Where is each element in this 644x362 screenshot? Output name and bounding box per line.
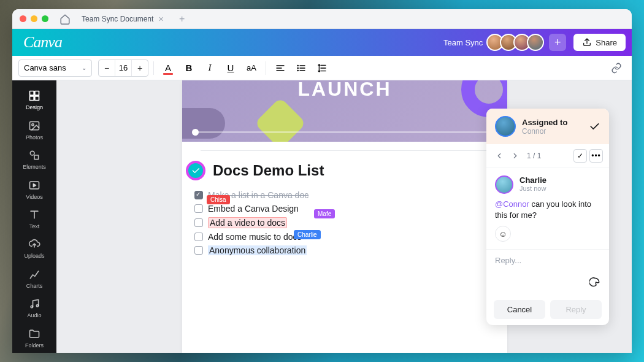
check-icon[interactable]	[588, 120, 600, 133]
team-name[interactable]: Team Sync	[443, 38, 483, 47]
window-controls	[20, 15, 48, 22]
prev-comment[interactable]	[493, 149, 506, 163]
browser-tab[interactable]: Team Sync Document ×	[75, 12, 170, 26]
sidebar-item-elements[interactable]: Elements	[12, 145, 56, 174]
checkbox-icon[interactable]	[194, 218, 203, 227]
sidebar-item-uploads[interactable]: Uploads	[12, 234, 56, 263]
share-icon	[582, 37, 592, 47]
tab-close-icon[interactable]: ×	[158, 14, 163, 24]
sidebar-item-charts[interactable]: Charts	[12, 264, 56, 293]
list-item[interactable]: Anonymous collaboration	[194, 245, 489, 255]
canva-logo[interactable]: Canva	[23, 33, 62, 52]
cursor-tag: Mafe	[314, 209, 335, 218]
list-item[interactable]: Add a video to docsMafe	[194, 217, 489, 228]
more-button[interactable]: •••	[589, 149, 603, 163]
italic-button[interactable]: I	[201, 60, 219, 77]
svg-rect-15	[35, 96, 39, 101]
home-icon[interactable]	[59, 13, 71, 25]
add-reaction-button[interactable]: ☺	[495, 226, 511, 242]
svg-point-5	[297, 70, 298, 71]
share-label: Share	[596, 38, 617, 47]
new-tab-button[interactable]: +	[175, 12, 190, 26]
resolve-button[interactable]: ✓	[573, 149, 587, 163]
font-size-increase[interactable]: +	[132, 60, 148, 76]
share-button[interactable]: Share	[573, 34, 626, 51]
hero-text: LAUNCH	[297, 80, 391, 101]
list-item[interactable]: Make a list in a Canva doc	[194, 190, 489, 200]
reply-input[interactable]: Reply...	[486, 250, 609, 277]
assigned-label: Assigned to	[522, 118, 582, 127]
text-color-button[interactable]: A	[159, 60, 177, 77]
checkbox-icon[interactable]	[194, 204, 203, 213]
chevron-down-icon: ⌄	[82, 64, 86, 71]
font-family-value: Canva sans	[24, 63, 66, 72]
next-comment[interactable]	[508, 149, 522, 163]
app-header: Canva Team Sync + Share	[12, 29, 632, 56]
cursor-tag: Chisa	[207, 195, 230, 204]
sidebar-item-audio[interactable]: Audio	[12, 293, 56, 323]
sidebar-item-folders[interactable]: Folders	[12, 323, 56, 353]
document[interactable]: LAUNCH Docs Demo List Make a list in a C…	[182, 80, 507, 353]
avatar	[495, 175, 513, 194]
svg-rect-12	[30, 91, 34, 96]
close-window[interactable]	[20, 15, 26, 22]
svg-rect-13	[35, 91, 39, 96]
comment-time: Just now	[519, 185, 546, 192]
svg-point-21	[31, 306, 33, 308]
sticker-icon[interactable]	[589, 277, 600, 288]
sidebar-item-text[interactable]: Text	[12, 204, 56, 234]
underline-button[interactable]: U	[221, 60, 240, 77]
checkbox-icon[interactable]	[194, 246, 203, 255]
svg-point-18	[30, 151, 34, 155]
reply-button[interactable]: Reply	[550, 300, 602, 319]
avatar[interactable]	[527, 34, 544, 51]
sidebar-item-videos[interactable]: Videos	[12, 174, 56, 204]
avatar	[495, 116, 516, 137]
bold-button[interactable]: B	[180, 60, 198, 77]
format-toolbar: Canva sans ⌄ − 16 + A B I U aA	[12, 56, 632, 80]
text-transform-button[interactable]: aA	[242, 60, 261, 77]
list-button[interactable]	[292, 60, 310, 77]
spacing-button[interactable]	[313, 60, 331, 77]
sidebar-item-design[interactable]: Design	[12, 85, 56, 115]
comment-panel: Assigned to Connor 1 / 1 ✓ •••	[486, 109, 609, 325]
mention[interactable]: @Connor	[495, 199, 529, 209]
minimize-window[interactable]	[31, 15, 37, 22]
svg-point-17	[32, 123, 34, 125]
link-button[interactable]	[607, 60, 626, 77]
doc-body[interactable]: Docs Demo List Make a list in a Canva do…	[182, 142, 507, 264]
font-size-decrease[interactable]: −	[99, 60, 115, 76]
doc-title[interactable]: Docs Demo List	[213, 162, 324, 179]
canvas: LAUNCH Docs Demo List Make a list in a C…	[56, 80, 632, 353]
cursor-tag: Charlie	[294, 230, 321, 239]
collaborator-avatars	[490, 34, 544, 51]
comment-text: @Connor can you look into this for me?	[495, 199, 600, 221]
titlebar: Team Sync Document × +	[12, 9, 632, 29]
app-window: Team Sync Document × + Canva Team Sync +…	[12, 9, 632, 353]
checklist-icon	[186, 161, 205, 180]
assigned-section: Assigned to Connor	[486, 109, 609, 144]
align-button[interactable]	[271, 60, 289, 77]
checkbox-icon[interactable]	[194, 191, 203, 199]
list-item[interactable]: Embed a Canva DesignChisa	[194, 204, 489, 214]
sidebar-item-photos[interactable]: Photos	[12, 115, 56, 144]
commenter-name: Charlie	[519, 175, 546, 185]
svg-point-3	[297, 65, 298, 66]
comment-count: 1 / 1	[527, 152, 571, 160]
comment-nav: 1 / 1 ✓ •••	[486, 144, 609, 168]
hero-image[interactable]: LAUNCH	[182, 80, 507, 142]
left-sidebar: Design Photos Elements Videos Text Uploa…	[12, 80, 56, 353]
assigned-name: Connor	[522, 127, 582, 136]
cancel-button[interactable]: Cancel	[494, 300, 545, 319]
font-size-value[interactable]: 16	[115, 60, 132, 76]
reply-area: Reply... Cancel Reply	[486, 249, 609, 325]
image-slider[interactable]	[193, 131, 496, 133]
svg-rect-19	[34, 155, 39, 160]
font-family-select[interactable]: Canva sans ⌄	[18, 60, 92, 77]
list-item[interactable]: Add some music to docsCharlie	[194, 232, 489, 242]
add-member-button[interactable]: +	[549, 34, 566, 51]
checkbox-icon[interactable]	[194, 233, 203, 241]
maximize-window[interactable]	[42, 15, 48, 22]
svg-point-4	[297, 67, 298, 68]
tab-title: Team Sync Document	[82, 15, 153, 23]
